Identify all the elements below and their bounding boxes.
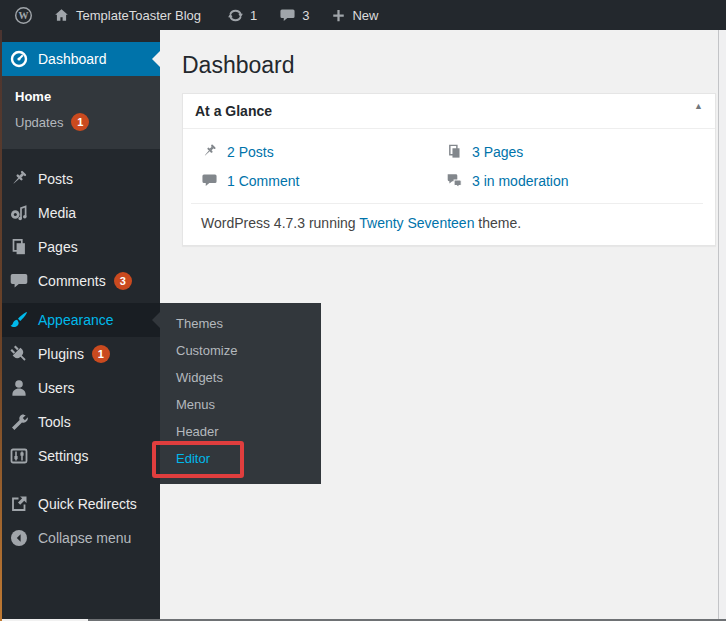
- flyout-item-label: Header: [176, 424, 219, 439]
- updates-indicator[interactable]: 1: [223, 0, 261, 30]
- sidebar-item-label: Comments: [38, 273, 106, 289]
- sidebar-item-media[interactable]: Media: [0, 196, 160, 230]
- update-icon: [227, 7, 244, 24]
- sidebar-item-pages[interactable]: Pages: [0, 230, 160, 264]
- external-link-icon: [9, 494, 29, 514]
- plug-icon: [9, 344, 29, 364]
- comments-indicator[interactable]: 3: [275, 0, 313, 30]
- sidebar-item-users[interactable]: Users: [0, 371, 160, 405]
- panel-title: At a Glance: [195, 103, 272, 119]
- glance-stats: 2 Posts 3 Pages: [191, 139, 703, 197]
- site-name: TemplateToaster Blog: [76, 8, 201, 23]
- posts-count-link[interactable]: 2 Posts: [227, 144, 274, 160]
- flyout-item-label: Editor: [176, 451, 210, 466]
- pages-count-link[interactable]: 3 Pages: [472, 144, 523, 160]
- flyout-item-label: Customize: [176, 343, 237, 358]
- sidebar-item-label: Settings: [38, 448, 89, 464]
- sidebar-item-quick-redirects[interactable]: Quick Redirects: [0, 487, 160, 521]
- dashboard-submenu: Home Updates 1: [0, 76, 160, 149]
- submenu-item-home[interactable]: Home: [0, 83, 160, 109]
- moderation-count-link[interactable]: 3 in moderation: [472, 173, 569, 189]
- submenu-item-updates[interactable]: Updates 1: [0, 109, 160, 135]
- submenu-item-label: Updates: [15, 115, 63, 130]
- stat-posts: 2 Posts: [201, 143, 446, 160]
- pages-icon: [9, 237, 29, 257]
- stat-moderation: 3 in moderation: [446, 172, 703, 189]
- flyout-item-label: Widgets: [176, 370, 223, 385]
- sidebar-item-plugins[interactable]: Plugins 1: [0, 337, 160, 371]
- flyout-item-customize[interactable]: Customize: [160, 337, 321, 364]
- sidebar-item-label: Pages: [38, 239, 78, 255]
- theme-link[interactable]: Twenty Seventeen: [359, 215, 474, 231]
- plugins-badge: 1: [92, 345, 110, 363]
- sidebar-item-comments[interactable]: Comments 3: [0, 264, 160, 298]
- svg-text:W: W: [19, 10, 29, 21]
- collapse-arrow-icon: [9, 528, 29, 548]
- paintbrush-icon: [9, 310, 29, 330]
- admin-bar: W TemplateToaster Blog 1 3: [0, 0, 726, 30]
- sidebar-item-label: Users: [38, 380, 75, 396]
- sidebar-item-label: Plugins: [38, 346, 84, 362]
- admin-menu: Dashboard Home Updates 1: [0, 30, 160, 619]
- flyout-item-widgets[interactable]: Widgets: [160, 364, 321, 391]
- wrench-icon: [9, 412, 29, 432]
- flyout-item-editor[interactable]: Editor: [160, 445, 321, 472]
- plus-icon: [331, 8, 346, 23]
- flyout-item-label: Themes: [176, 316, 223, 331]
- comments-count-link[interactable]: 1 Comment: [227, 173, 299, 189]
- new-content-menu[interactable]: New: [327, 0, 382, 30]
- moderation-chat-icon: [446, 172, 463, 189]
- comments-badge: 3: [114, 272, 132, 290]
- version-text: WordPress 4.7.3 running: [201, 215, 359, 231]
- settings-sliders-icon: [9, 446, 29, 466]
- sidebar-item-label: Appearance: [38, 312, 114, 328]
- site-menu[interactable]: TemplateToaster Blog: [49, 0, 205, 30]
- home-icon: [53, 7, 70, 24]
- desktop-edge-sliver: [0, 30, 2, 621]
- pushpin-icon: [9, 169, 29, 189]
- flyout-item-themes[interactable]: Themes: [160, 310, 321, 337]
- flyout-item-header[interactable]: Header: [160, 418, 321, 445]
- sidebar-item-label: Quick Redirects: [38, 496, 137, 512]
- pages-icon: [446, 143, 463, 160]
- sidebar-item-settings[interactable]: Settings: [0, 439, 160, 473]
- wordpress-logo-icon[interactable]: W: [10, 0, 37, 30]
- flyout-item-label: Menus: [176, 397, 215, 412]
- collapse-menu-button[interactable]: Collapse menu: [0, 521, 160, 555]
- appearance-flyout-menu: Themes Customize Widgets Menus Header Ed…: [160, 303, 321, 484]
- sidebar-item-posts[interactable]: Posts: [0, 162, 160, 196]
- sidebar-item-label: Collapse menu: [38, 530, 131, 546]
- comments-bubble-icon: [9, 271, 29, 291]
- at-a-glance-header[interactable]: At a Glance ▲: [183, 94, 715, 129]
- sidebar-item-tools[interactable]: Tools: [0, 405, 160, 439]
- pushpin-icon: [201, 143, 218, 160]
- sidebar-item-label: Posts: [38, 171, 73, 187]
- sidebar-item-appearance[interactable]: Appearance: [0, 303, 160, 337]
- sidebar-item-label: Dashboard: [38, 51, 107, 67]
- user-icon: [9, 378, 29, 398]
- at-a-glance-panel: At a Glance ▲: [182, 93, 716, 246]
- at-a-glance-body: 2 Posts 3 Pages: [183, 129, 715, 245]
- media-note-icon: [9, 203, 29, 223]
- panel-collapse-toggle[interactable]: ▲: [694, 101, 703, 111]
- stat-comments: 1 Comment: [201, 172, 446, 189]
- dashboard-gauge-icon: [9, 49, 29, 69]
- wordpress-admin-screen: W TemplateToaster Blog 1 3: [0, 0, 726, 621]
- updates-badge: 1: [71, 113, 89, 131]
- stat-pages: 3 Pages: [446, 143, 703, 160]
- new-label: New: [352, 8, 378, 23]
- updates-count: 1: [250, 8, 257, 23]
- page-title: Dashboard: [182, 52, 718, 79]
- sidebar-item-label: Tools: [38, 414, 71, 430]
- wordpress-logo-glyph: W: [14, 6, 33, 25]
- sidebar-item-label: Media: [38, 205, 76, 221]
- comments-count: 3: [302, 8, 309, 23]
- comment-bubble-icon: [279, 7, 296, 24]
- flyout-item-menus[interactable]: Menus: [160, 391, 321, 418]
- sidebar-item-dashboard[interactable]: Dashboard: [0, 42, 160, 76]
- scrollbar-track[interactable]: [718, 30, 726, 621]
- version-info: WordPress 4.7.3 running Twenty Seventeen…: [191, 203, 703, 233]
- submenu-item-label: Home: [15, 89, 51, 104]
- comment-bubble-icon: [201, 172, 218, 189]
- version-text-suffix: theme.: [474, 215, 521, 231]
